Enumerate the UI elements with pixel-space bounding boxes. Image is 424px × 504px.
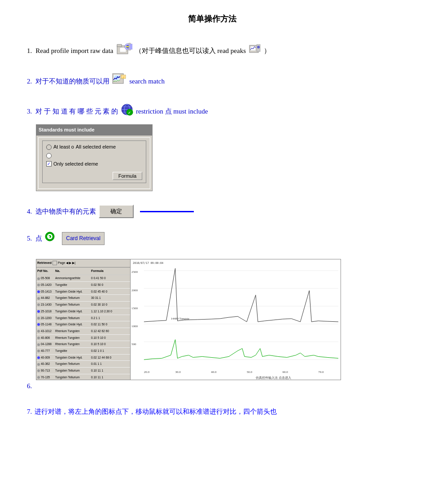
table-row: 05-1420Tungstite0.02 50 0 [36,282,130,289]
svg-text:40.0: 40.0 [211,370,217,374]
card-retrieval-label: Card Retrieval [66,234,101,244]
step-5-number: 5. [27,232,32,245]
confirm-area: 确定 [99,205,194,218]
table-row: 40-362Tungsten Tellurium0.01 1 1 [36,361,130,368]
svg-rect-28 [131,259,341,380]
import-icon [116,42,132,60]
table-row: 70-135Tungsten Tellurium0.10 11 1 [36,374,130,380]
step-1-text-end: ） [264,45,271,57]
step-6: Retrieved Page ◀ ▶ ▶| Pdf No. Na. Formul… [27,259,397,392]
restriction-icon: ✓ [121,103,133,120]
radio-row-2 [46,153,142,158]
step-2-text-after: search match [129,75,165,88]
svg-text:70.0: 70.0 [318,370,324,374]
card-icon: ■ [45,232,55,245]
dialog-content: At least o All selected eleme ✓ Only sel… [38,137,150,189]
svg-text:1000: 1000 [131,324,138,328]
table-row: 90-713Tungsten Tellurium0.10 11 1 [36,368,130,374]
step-1-text-before: Read profile import raw data [35,45,113,57]
step-4-text: 选中物质中有的元素 [35,206,96,218]
blue-underline [140,211,194,212]
table-row: 05-1413Tungsten Oxide Hyd.0.02 45 40 0 [36,289,130,295]
checkbox-onlyselected-label: Only selected eleme [53,160,98,169]
page-title: 简单操作方法 [27,13,397,24]
confirm-button[interactable]: 确定 [99,205,134,218]
svg-text:14480 Tungste: 14480 Tungste [171,317,189,320]
col-formula: Formula [91,268,114,274]
table-row: 25-1018Tungsten Oxide Hyd.1.12 1.10 2.30… [36,308,130,315]
table-row: 05-1148Tungsten Oxide Hyd.0.02 11 50 0 [36,321,130,328]
step-6-number: 6. [27,382,32,390]
step-2: 2. 对于不知道的物质可以用 ⚡ search match [27,73,397,90]
svg-text:⚡: ⚡ [122,76,125,79]
step-7-number: 7. [27,408,32,415]
step-3: 3. 对 于 知 道 有 哪 些 元 素 的 ✓ restriction 点 m… [27,103,397,191]
screenshot-area: Retrieved Page ◀ ▶ ▶| Pdf No. Na. Formul… [36,259,341,380]
screenshot-rows: 05-508Ammoniumgoethite0 0.41 50 0 05-142… [36,275,130,380]
radio-atleast [46,145,52,150]
svg-text:■: ■ [48,235,50,238]
svg-text:500: 500 [131,342,136,346]
table-row: 04-1288Rhenium Tungsten0.10 5 10 0 [36,341,130,348]
step-5-text: 点 [35,232,42,245]
step-1: 1. Read profile import raw data （对于峰值信息也… [27,42,397,60]
svg-text:30.0: 30.0 [175,370,181,374]
card-retrieval-button[interactable]: Card Retrieval [62,232,105,245]
table-row: 40-009Tungsten Oxide Hyd.0.02 12 44 68 0 [36,355,130,361]
standards-dialog: Standards must include At least o All se… [36,124,153,191]
svg-text:60.0: 60.0 [283,370,288,374]
step-7: 7. 进行对谱，将左上角的图标点下，移动鼠标就可以和标准谱进行对比，四个箭头也 [27,406,397,418]
svg-text:2000: 2000 [131,289,138,293]
step-4: 4. 选中物质中有的元素 确定 [27,205,397,218]
screenshot-chart-panel: 2010/07/17 09:00:04 2500 2000 1500 1000 … [131,259,341,380]
step-3-text-middle: restriction 点 must include [136,105,208,118]
radio-allselected [46,153,52,158]
dialog-title-bar: Standards must include [36,125,152,136]
radio-atleast-label: At least o [53,143,74,152]
svg-text:50.0: 50.0 [247,370,253,374]
checkbox-row: ✓ Only selected eleme [46,160,142,169]
col-pdfno: Pdf No. [37,268,55,274]
svg-text:2500: 2500 [131,270,138,274]
step-5: 5. 点 ■ Card Retrieval [27,232,397,245]
step-1-text-after: （对于峰值信息也可以读入 read peaks [135,45,246,57]
step-3-number: 3. [27,105,32,118]
table-row: 05-508Ammoniumgoethite0 0.41 50 0 [36,275,130,282]
read-peaks-icon [249,44,261,58]
svg-rect-1 [117,44,122,47]
step-2-number: 2. [27,75,32,88]
svg-point-11 [257,46,260,48]
screenshot-left-panel: Retrieved Page ◀ ▶ ▶| Pdf No. Na. Formul… [36,259,131,380]
step-1-number: 1. [27,45,32,57]
svg-text:20.0: 20.0 [144,370,150,374]
col-name: Na. [55,268,91,274]
table-row: 40-806Rhenium Tungsten0.10 5 10 0 [36,335,130,342]
table-row: 44-882Tungsten Tellurium30 31 1 [36,295,130,302]
svg-text:2010/07/17 09:00:04: 2010/07/17 09:00:04 [133,261,164,264]
dialog-title: Standards must include [39,126,95,135]
step-4-number: 4. [27,206,32,218]
dialog-group: At least o All selected eleme ✓ Only sel… [42,140,146,183]
table-row: 20-1200Tungsten Tellurium0.2 1 1 [36,315,130,322]
screenshot-header: Pdf No. Na. Formula [36,267,130,276]
radio-atleast-suffix: All selected eleme [76,143,116,152]
svg-text:✓: ✓ [128,111,131,115]
radio-row-1: At least o All selected eleme [46,143,142,152]
step-7-text: 7. 进行对谱，将左上角的图标点下，移动鼠标就可以和标准谱进行对比，四个箭头也 [27,406,397,418]
formula-button[interactable]: Formula [113,172,142,180]
svg-rect-7 [130,44,132,49]
step-3-text-before: 对 于 知 道 有 哪 些 元 素 的 [35,105,118,118]
screenshot-toolbar: Retrieved Page ◀ ▶ ▶| [36,259,130,267]
svg-text:1500: 1500 [131,307,138,310]
checkbox-onlyselected: ✓ [46,161,52,167]
step-7-content: 进行对谱，将左上角的图标点下，移动鼠标就可以和标准谱进行对比，四个箭头也 [35,408,277,415]
svg-text:仿真控件输入法  点击进入: 仿真控件输入法 点击进入 [255,376,291,380]
col-score [114,268,127,274]
table-row: 40-777Tungstite0.02 1 0 1 [36,348,130,355]
search-match-icon: ⚡ [112,73,127,90]
step-2-text-before: 对于不知道的物质可以用 [35,75,109,88]
table-row: 23-1430Tungsten Tellurium0.02 30 10 0 [36,302,130,308]
table-row: 43-1012Rhenium Tungsten0.12 42 62 60 [36,328,130,335]
